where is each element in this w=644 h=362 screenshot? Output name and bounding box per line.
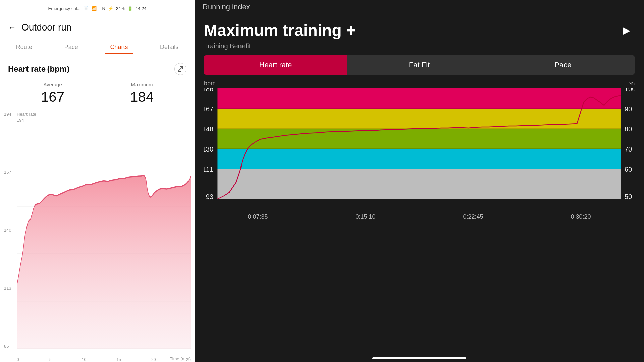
page-header: ← Outdoor run	[0, 17, 195, 38]
maximum-value: 184	[130, 89, 154, 105]
wifi-icon: 📶	[91, 6, 97, 11]
y-label-3: 113	[4, 286, 11, 291]
tab-bar: Route Pace Charts Details	[0, 38, 195, 56]
average-label: Average	[41, 82, 64, 87]
metric-tab-heart-rate[interactable]: Heart rate	[204, 55, 347, 75]
svg-text:70: 70	[625, 145, 632, 153]
svg-rect-9	[217, 129, 621, 149]
metric-tab-pace[interactable]: Pace	[491, 55, 635, 75]
x-label-0: 0	[17, 357, 19, 362]
play-button[interactable]: ▶	[619, 22, 635, 39]
maximum-label: Maximum	[130, 82, 154, 87]
battery-text: 24%	[116, 6, 125, 11]
svg-line-0	[178, 67, 183, 71]
y-axis-labels: 194 167 140 113 86	[4, 112, 11, 349]
svg-text:80: 80	[625, 125, 632, 133]
right-chart-area: bpm % 186 167 148 130 111 93 100 90	[204, 80, 635, 352]
heart-rate-chart-container: Heart rate 194 194 167 140 113 86	[0, 112, 195, 362]
tab-charts[interactable]: Charts	[105, 41, 133, 53]
back-button[interactable]: ←	[8, 23, 16, 32]
time-label-1: 0:15:10	[355, 213, 375, 220]
svg-text:93: 93	[206, 193, 213, 200]
maximum-stat: Maximum 184	[130, 82, 154, 105]
svg-text:111: 111	[204, 166, 213, 173]
svg-rect-11	[217, 169, 621, 199]
svg-text:130: 130	[204, 145, 213, 153]
time-label-0: 0:07:35	[248, 213, 268, 220]
right-panel: Running index Maximum training + ▶ Train…	[195, 0, 644, 362]
expand-button[interactable]	[174, 63, 186, 75]
x-label-1: 5	[49, 357, 52, 362]
y-label-0: 194	[4, 112, 11, 117]
svg-rect-7	[217, 88, 621, 109]
svg-text:100: 100	[625, 88, 635, 93]
section-unit: (bpm)	[47, 64, 70, 73]
y-label-1: 167	[4, 170, 11, 175]
emergency-text: Emergency cal...	[48, 6, 81, 11]
section-title: Heart rate	[8, 64, 46, 73]
scrollbar-container	[195, 352, 644, 362]
section-title-container: Heart rate (bpm)	[8, 64, 69, 74]
stats-row: Average 167 Maximum 184	[0, 78, 195, 108]
x-label-2: 10	[82, 357, 86, 362]
x-axis-title: Time (min)	[170, 356, 191, 361]
x-label-3: 15	[116, 357, 121, 362]
tab-pace[interactable]: Pace	[59, 41, 84, 53]
svg-text:50: 50	[625, 193, 632, 200]
svg-rect-10	[217, 149, 621, 169]
battery-icon: 🔋	[127, 6, 133, 11]
page-title: Outdoor run	[21, 22, 71, 33]
scrollbar-track[interactable]	[372, 357, 466, 359]
svg-text:148: 148	[204, 125, 213, 133]
pct-label: %	[629, 80, 635, 87]
time-text: 14:24	[136, 6, 147, 11]
chart-hr-label: Heart rate	[17, 112, 36, 117]
x-label-4: 20	[151, 357, 156, 362]
heart-rate-chart-svg	[17, 112, 191, 349]
status-bar: Emergency cal... 📄 📶 N ⚡ 24% 🔋 14:24	[0, 0, 195, 17]
y-label-4: 86	[4, 344, 11, 349]
average-stat: Average 167	[41, 82, 64, 105]
svg-text:167: 167	[204, 105, 213, 113]
chart-hr-max-value: 194	[17, 118, 24, 123]
x-axis-labels: 0 5 10 15 20 25	[17, 357, 191, 362]
tab-route[interactable]: Route	[11, 41, 38, 53]
svg-text:186: 186	[204, 88, 213, 93]
svg-rect-8	[217, 109, 621, 129]
bpm-label: bpm	[204, 80, 216, 87]
doc-icon: 📄	[83, 6, 89, 11]
average-value: 167	[41, 89, 64, 105]
time-label-2: 0:22:45	[463, 213, 483, 220]
y-label-2: 140	[4, 228, 11, 233]
tab-details[interactable]: Details	[155, 41, 184, 53]
time-labels-row: 0:07:35 0:15:10 0:22:45 0:30:20	[204, 210, 635, 223]
metric-tab-bar: Heart rate Fat Fit Pace	[204, 55, 635, 75]
training-header: Maximum training + ▶	[195, 14, 644, 42]
training-title: Maximum training +	[204, 21, 356, 40]
training-benefit: Training Benefit	[195, 42, 644, 55]
svg-text:90: 90	[625, 105, 632, 113]
chart-labels-row: bpm %	[204, 80, 635, 87]
bluetooth-icon: ⚡	[108, 6, 113, 11]
nfc-icon: N	[102, 6, 105, 11]
left-panel: Emergency cal... 📄 📶 N ⚡ 24% 🔋 14:24 ← O…	[0, 0, 195, 362]
scrollbar-thumb[interactable]	[372, 357, 466, 359]
metric-tab-fat-fit[interactable]: Fat Fit	[347, 55, 491, 75]
time-label-3: 0:30:20	[571, 213, 591, 220]
zone-chart-svg: 186 167 148 130 111 93 100 90 80 70 60 5…	[204, 88, 635, 209]
svg-text:60: 60	[625, 166, 632, 173]
running-index-bar: Running index	[195, 0, 644, 14]
running-index-label: Running index	[203, 3, 250, 11]
section-header: Heart rate (bpm)	[0, 56, 195, 78]
